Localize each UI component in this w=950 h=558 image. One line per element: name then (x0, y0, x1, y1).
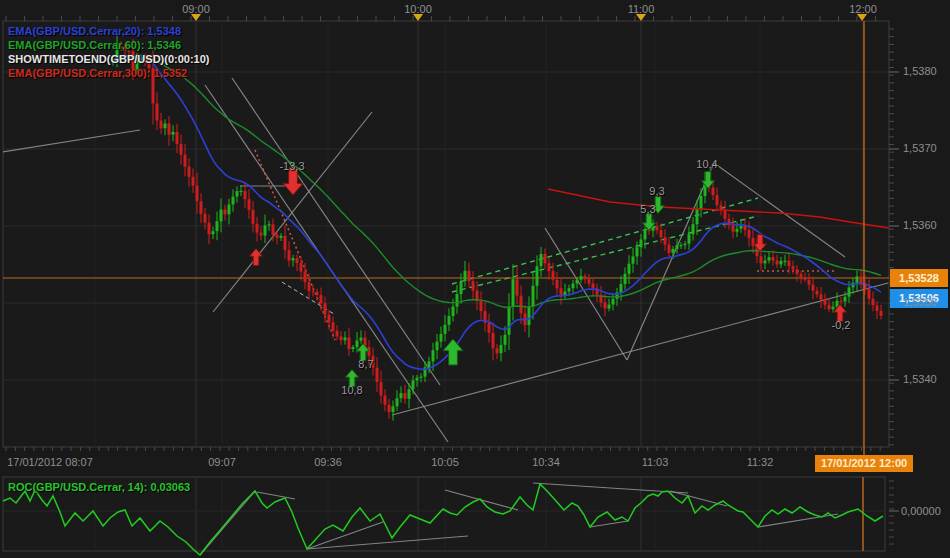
bottom-axis-label: 10:34 (532, 456, 560, 468)
legend-ema60: EMA(GBP/USD.Cerrar,60): 1,5346 (8, 39, 181, 51)
signal-pips-label: 8,7 (358, 358, 373, 370)
signal-pips-label: 9,3 (649, 185, 664, 197)
signal-pips-label: -0,2 (832, 319, 851, 331)
top-axis-label: 12:00 (849, 3, 877, 15)
signal-pips-label: 5,3 (640, 203, 655, 215)
top-axis-label: 11:00 (628, 3, 655, 15)
price-axis-label: 1,5360 (903, 219, 937, 231)
top-axis-label: 10:00 (404, 3, 432, 15)
level-price-badge: 1,53528 (890, 269, 948, 287)
bottom-axis-label: 09:36 (314, 456, 342, 468)
roc-indicator-label: ROC(GBP/USD.Cerrar, 14): 0,03063 (8, 481, 190, 493)
current-time-badge: 17/01/2012 12:00 (815, 455, 913, 472)
signal-pips-label: 10,4 (696, 158, 717, 170)
signal-pips-label: 10,8 (341, 384, 362, 396)
price-axis-label: 1,5340 (903, 373, 937, 385)
price-axis-label: 1,5370 (903, 142, 937, 154)
bottom-axis-label: 11:03 (642, 456, 669, 468)
bottom-axis-label: 10:05 (431, 456, 459, 468)
price-axis-label: 1,5350 (903, 296, 937, 308)
signal-pips-label: -13,3 (279, 160, 304, 172)
top-time-axis[interactable] (0, 0, 950, 21)
top-axis-label: 09:00 (182, 3, 210, 15)
bottom-axis-label: 11:32 (747, 456, 774, 468)
legend-ema300: EMA(GBP/USD.Cerrar,300): 1,5352 (8, 67, 187, 79)
bottom-axis-label: 09:07 (208, 456, 236, 468)
bottom-time-axis[interactable] (0, 447, 950, 475)
trading-chart-window: EMA(GBP/USD.Cerrar,20): 1,5348 EMA(GBP/U… (0, 0, 950, 558)
price-axis[interactable] (889, 21, 950, 451)
bottom-axis-label: 17/01/2012 08:07 (7, 456, 93, 468)
roc-zero-label: 0,00000 (901, 505, 941, 517)
price-axis-label: 1,5380 (903, 65, 937, 77)
legend-ema20: EMA(GBP/USD.Cerrar,20): 1,5348 (8, 25, 181, 37)
legend-showtimetoend: SHOWTIMETOEND(GBP/USD)(0:00:10) (8, 53, 209, 65)
